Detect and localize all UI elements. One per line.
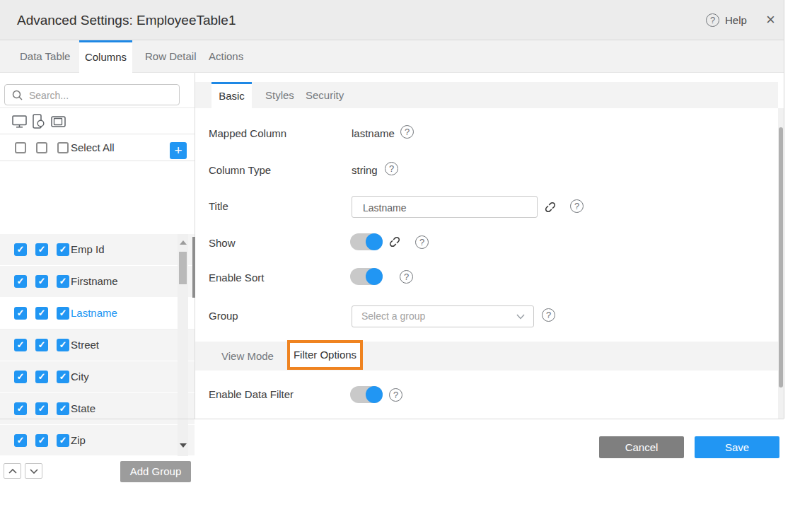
tablet-checkbox[interactable]: ✓: [57, 307, 69, 320]
mobile-checkbox[interactable]: ✓: [35, 371, 48, 383]
select-all-label: Select All: [71, 134, 115, 161]
add-group-button[interactable]: Add Group: [120, 461, 191, 482]
desktop-checkbox[interactable]: ✓: [14, 339, 27, 351]
tab-view-mode[interactable]: View Mode: [221, 342, 274, 371]
move-down-button[interactable]: [25, 463, 42, 479]
sidebar-scrollbar-thumb[interactable]: [179, 252, 187, 284]
search-row: [0, 73, 195, 108]
search-input[interactable]: [28, 86, 175, 105]
column-label: Emp Id: [71, 234, 105, 265]
tab-basic[interactable]: Basic: [211, 82, 252, 108]
main-tab-bar: Data Table Columns Row Detail Actions: [0, 40, 784, 73]
show-label: Show: [209, 237, 236, 249]
column-row-street[interactable]: ✓ ✓ ✓ Street: [0, 330, 195, 361]
enable-data-filter-help-icon[interactable]: ?: [389, 388, 402, 402]
tablet-checkbox[interactable]: ✓: [57, 275, 69, 288]
search-icon: [12, 90, 23, 101]
desktop-icon: [12, 115, 27, 128]
column-label: City: [71, 361, 89, 392]
group-help-icon[interactable]: ?: [542, 308, 555, 322]
save-button[interactable]: Save: [695, 436, 779, 458]
select-all-desktop-checkbox[interactable]: [15, 142, 26, 153]
title-help-icon[interactable]: ?: [570, 199, 584, 213]
tablet-checkbox[interactable]: ✓: [57, 371, 69, 383]
columns-sidebar: Select All + ✓ ✓ ✓ Emp Id ✓ ✓ ✓ Firstnam…: [0, 73, 195, 419]
title-label: Title: [209, 200, 228, 212]
column-label: Lastname: [71, 298, 117, 329]
tab-styles[interactable]: Styles: [265, 82, 294, 108]
mobile-checkbox[interactable]: ✓: [35, 339, 48, 351]
column-row-lastname-selected[interactable]: ✓ ✓ ✓ Lastname: [0, 298, 195, 330]
mapped-column-value: lastname: [352, 127, 395, 139]
tab-actions[interactable]: Actions: [209, 40, 243, 73]
tab-columns[interactable]: Columns: [79, 40, 132, 73]
show-link-icon[interactable]: [388, 235, 402, 249]
section-tab-bar: View Mode: [195, 342, 778, 371]
close-icon[interactable]: ×: [766, 0, 775, 39]
panel-tab-bar: Basic Styles Security: [195, 82, 778, 108]
enable-sort-help-icon[interactable]: ?: [400, 270, 413, 284]
desktop-checkbox[interactable]: ✓: [14, 371, 27, 383]
chevron-down-icon: [516, 314, 525, 320]
enable-data-filter-label: Enable Data Filter: [209, 388, 294, 400]
scroll-down-arrow-icon[interactable]: [180, 443, 187, 448]
select-all-mobile-checkbox[interactable]: [36, 142, 47, 153]
help-circle-icon: ?: [706, 13, 719, 27]
chevron-up-icon: [8, 469, 17, 474]
cancel-button[interactable]: Cancel: [599, 436, 684, 458]
panel-scrollbar-thumb[interactable]: [779, 127, 783, 387]
group-label: Group: [209, 310, 238, 322]
mobile-checkbox[interactable]: ✓: [35, 243, 48, 256]
enable-sort-toggle[interactable]: [350, 268, 383, 285]
tablet-checkbox[interactable]: ✓: [57, 243, 69, 256]
mapped-column-help-icon[interactable]: ?: [400, 125, 414, 139]
desktop-checkbox[interactable]: ✓: [14, 434, 27, 447]
show-help-icon[interactable]: ?: [415, 235, 429, 249]
desktop-checkbox[interactable]: ✓: [14, 243, 27, 256]
tab-security[interactable]: Security: [306, 82, 344, 108]
column-label: Firstname: [71, 266, 118, 297]
footer-divider: [0, 419, 784, 419]
toggle-knob: [366, 233, 383, 250]
tablet-icon: [51, 116, 66, 127]
column-label: State: [71, 393, 95, 424]
tablet-checkbox[interactable]: ✓: [57, 339, 69, 351]
title-link-icon[interactable]: [543, 200, 557, 214]
scroll-up-arrow-icon[interactable]: [180, 240, 187, 245]
sidebar-scrollbar[interactable]: [178, 234, 188, 456]
group-select[interactable]: Select a group: [352, 305, 534, 327]
help-button[interactable]: ? Help: [706, 0, 747, 40]
column-row-emp-id[interactable]: ✓ ✓ ✓ Emp Id: [0, 234, 195, 266]
move-up-button[interactable]: [4, 463, 21, 479]
column-label: Zip: [71, 425, 86, 456]
mobile-checkbox[interactable]: ✓: [35, 434, 48, 447]
column-type-help-icon[interactable]: ?: [385, 162, 398, 175]
column-row-firstname[interactable]: ✓ ✓ ✓ Firstname: [0, 266, 195, 298]
tab-data-table[interactable]: Data Table: [20, 40, 70, 73]
mobile-checkbox[interactable]: ✓: [35, 307, 48, 320]
mobile-checkbox[interactable]: ✓: [35, 402, 48, 415]
select-all-tablet-checkbox[interactable]: [57, 142, 69, 153]
mobile-checkbox[interactable]: ✓: [35, 275, 48, 288]
title-input-box[interactable]: [352, 196, 538, 218]
enable-data-filter-toggle[interactable]: [350, 386, 383, 403]
desktop-checkbox[interactable]: ✓: [14, 275, 27, 288]
desktop-checkbox[interactable]: ✓: [14, 402, 27, 415]
column-list: ✓ ✓ ✓ Emp Id ✓ ✓ ✓ Firstname ✓ ✓ ✓ Lastn…: [0, 234, 195, 456]
column-type-label: Column Type: [209, 164, 271, 176]
add-column-button[interactable]: +: [170, 142, 187, 159]
column-settings-panel: Basic Styles Security Mapped Column last…: [195, 73, 778, 419]
desktop-checkbox[interactable]: ✓: [14, 307, 27, 320]
column-type-value: string: [352, 164, 378, 176]
show-toggle[interactable]: [350, 233, 383, 250]
column-row-city[interactable]: ✓ ✓ ✓ City: [0, 361, 195, 393]
title-input[interactable]: [361, 197, 530, 218]
tablet-checkbox[interactable]: ✓: [57, 434, 69, 447]
column-row-state[interactable]: ✓ ✓ ✓ State: [0, 393, 195, 425]
column-row-zip[interactable]: ✓ ✓ ✓ Zip: [0, 425, 195, 456]
tab-row-detail[interactable]: Row Detail: [145, 40, 197, 73]
tablet-checkbox[interactable]: ✓: [57, 402, 69, 415]
mapped-column-label: Mapped Column: [209, 127, 286, 139]
search-input-box[interactable]: [4, 84, 180, 105]
tab-filter-options-highlighted[interactable]: Filter Options: [287, 340, 363, 370]
